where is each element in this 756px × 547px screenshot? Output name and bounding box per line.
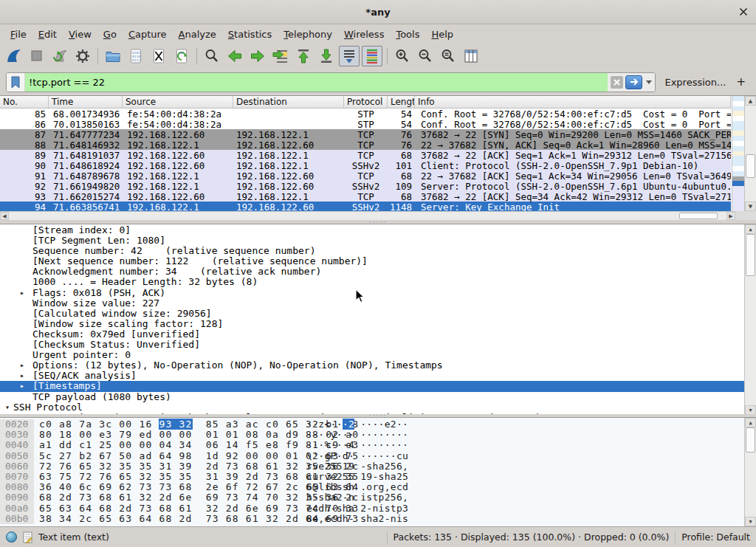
packet-row[interactable]: 8568.001734936fe:54:00:d4:38:2aSTP54Conf… bbox=[0, 109, 731, 119]
scroll-thumb[interactable] bbox=[679, 213, 718, 219]
detail-line[interactable]: [Checksum Status: Unverified] bbox=[0, 340, 744, 350]
filter-input[interactable]: !tcp.port == 22 bbox=[25, 73, 608, 92]
detail-line[interactable]: ▾SSH Protocol bbox=[0, 402, 744, 413]
column-header-time[interactable]: Time bbox=[49, 96, 123, 108]
detail-line[interactable]: Checksum: 0x79ed [unverified] bbox=[0, 329, 744, 340]
detail-line[interactable]: [Calculated window size: 29056] bbox=[0, 309, 744, 319]
filter-history-dropdown[interactable] bbox=[646, 80, 652, 84]
menu-telephony[interactable]: Telephony bbox=[278, 27, 338, 42]
menu-statistics[interactable]: Statistics bbox=[222, 27, 278, 42]
menu-view[interactable]: View bbox=[63, 27, 97, 42]
scroll-right-button[interactable]: ▶ bbox=[726, 212, 735, 220]
packet-row[interactable]: 9071.648618924192.168.122.60192.168.122.… bbox=[0, 160, 731, 171]
scroll-thumb[interactable] bbox=[746, 154, 755, 178]
menu-go[interactable]: Go bbox=[97, 27, 123, 42]
detail-line[interactable]: [Stream index: 0] bbox=[0, 225, 744, 235]
packet-row[interactable]: 9371.662015274192.168.122.60192.168.122.… bbox=[0, 191, 731, 202]
expand-icon[interactable]: ▸ bbox=[20, 413, 24, 414]
hex-row[interactable]: 007063 75 72 76 65 32 35 35 31 39 2d 73 … bbox=[0, 472, 744, 482]
packet-row[interactable]: 8670.013850163fe:54:00:d4:38:2aSTP54Conf… bbox=[0, 119, 731, 129]
go-last-packet-button[interactable] bbox=[316, 46, 337, 66]
resize-columns-button[interactable] bbox=[461, 46, 481, 66]
reload-file-button[interactable]: 101 bbox=[171, 46, 192, 66]
expression-button[interactable]: Expression... bbox=[662, 77, 729, 88]
filter-apply-button[interactable] bbox=[625, 75, 642, 89]
close-file-button[interactable] bbox=[148, 46, 169, 66]
filter-clear-button[interactable] bbox=[611, 76, 623, 89]
start-capture-button[interactable] bbox=[4, 46, 24, 66]
expand-icon[interactable]: ▸ bbox=[20, 381, 24, 391]
hex-row[interactable]: 008036 40 6c 69 62 73 73 68 2e 6f 72 67 … bbox=[0, 482, 744, 492]
open-file-button[interactable] bbox=[103, 46, 123, 66]
scroll-down-button[interactable]: ▼ bbox=[745, 517, 756, 526]
detail-line[interactable]: ▸Options: (12 bytes), No-Operation (NOP)… bbox=[0, 360, 744, 371]
menu-help[interactable]: Help bbox=[425, 27, 459, 42]
detail-line[interactable]: Acknowledgment number: 34 (relative ack … bbox=[0, 266, 744, 277]
go-back-button[interactable] bbox=[224, 46, 245, 66]
column-header-dst[interactable]: Destination bbox=[233, 96, 344, 108]
hex-dump[interactable]: 0020c0 a8 7a 3c 00 16 93 32 85 a3 ac c0 … bbox=[0, 419, 744, 524]
detail-line[interactable]: 1000 .... = Header Length: 32 bytes (8) bbox=[0, 277, 744, 287]
packet-list-hscrollbar[interactable]: ◀ ▶ bbox=[0, 211, 735, 220]
expand-icon[interactable]: ▸ bbox=[20, 288, 24, 298]
detail-line[interactable]: [Next sequence number: 1122 (relative se… bbox=[0, 256, 744, 266]
packet-row[interactable]: 9471.663856741192.168.122.1192.168.122.6… bbox=[0, 202, 731, 212]
auto-scroll-button[interactable] bbox=[339, 46, 360, 66]
scroll-track[interactable] bbox=[9, 212, 726, 220]
detail-line[interactable]: [Window size scaling factor: 128] bbox=[0, 319, 744, 329]
column-header-proto[interactable]: Protocol bbox=[344, 96, 388, 108]
zoom-reset-button[interactable] bbox=[438, 46, 458, 66]
hex-row[interactable]: 006072 76 65 32 35 35 31 39 2d 73 68 61 … bbox=[0, 461, 744, 472]
packet-row[interactable]: 8771.647777234192.168.122.60192.168.122.… bbox=[0, 129, 731, 140]
title-bar[interactable]: *any bbox=[0, 0, 756, 24]
go-first-packet-button[interactable] bbox=[293, 46, 314, 66]
column-header-len[interactable]: Length bbox=[388, 96, 415, 108]
column-header-no[interactable]: No. bbox=[0, 96, 49, 108]
scroll-left-button[interactable]: ◀ bbox=[0, 212, 9, 220]
menu-capture[interactable]: Capture bbox=[123, 27, 173, 42]
packet-list-minimap[interactable] bbox=[732, 96, 744, 211]
go-to-packet-button[interactable] bbox=[270, 46, 291, 66]
menu-file[interactable]: File bbox=[4, 27, 32, 42]
scroll-down-button[interactable]: ▼ bbox=[745, 202, 756, 211]
filter-bookmark-button[interactable] bbox=[7, 73, 25, 92]
hex-row[interactable]: 0040a1 dd c1 25 00 00 04 34 06 14 f5 e8 … bbox=[0, 440, 744, 450]
expand-icon[interactable]: ▸ bbox=[20, 371, 24, 381]
close-button[interactable] bbox=[739, 7, 748, 16]
packet-row[interactable]: 9171.648789678192.168.122.1192.168.122.6… bbox=[0, 171, 731, 181]
add-filter-button[interactable]: + bbox=[735, 75, 750, 89]
detail-line[interactable]: ▸[SEQ/ACK analysis] bbox=[0, 371, 744, 381]
menu-analyze[interactable]: Analyze bbox=[173, 27, 222, 42]
hex-row[interactable]: 00b038 34 2c 65 63 64 68 2d 73 68 61 32 … bbox=[0, 514, 744, 524]
scroll-thumb[interactable] bbox=[746, 234, 755, 276]
colorize-button[interactable] bbox=[362, 46, 382, 66]
packet-row[interactable]: 8971.648191037192.168.122.60192.168.122.… bbox=[0, 150, 731, 160]
menu-wireless[interactable]: Wireless bbox=[338, 27, 390, 42]
column-header-src[interactable]: Source bbox=[123, 96, 233, 108]
column-header-info[interactable]: Info bbox=[415, 96, 731, 108]
find-packet-button[interactable] bbox=[202, 46, 222, 66]
detail-line[interactable]: Window size value: 227 bbox=[0, 298, 744, 309]
restart-capture-button[interactable] bbox=[49, 46, 70, 66]
detail-line[interactable]: ▸Flags: 0x018 (PSH, ACK) bbox=[0, 288, 744, 298]
detail-line[interactable]: TCP payload (1080 bytes) bbox=[0, 392, 744, 402]
hex-row[interactable]: 003080 18 00 e3 79 ed 00 00 01 01 08 0a … bbox=[0, 430, 744, 440]
collapse-icon[interactable]: ▾ bbox=[5, 402, 10, 413]
save-file-button[interactable]: 010101100112 bbox=[126, 46, 146, 66]
capture-options-button[interactable] bbox=[72, 46, 93, 66]
hex-row[interactable]: 0020c0 a8 7a 3c 00 16 93 32 85 a3 ac c0 … bbox=[0, 419, 744, 430]
capture-comment-icon[interactable] bbox=[23, 531, 32, 543]
status-profile[interactable]: Profile: Default bbox=[681, 531, 750, 543]
expert-info-icon[interactable] bbox=[6, 531, 17, 543]
detail-line[interactable]: Sequence number: 42 (relative sequence n… bbox=[0, 246, 744, 256]
detail-line[interactable]: ▸[Timestamps] bbox=[0, 381, 744, 391]
scroll-thumb[interactable] bbox=[746, 427, 755, 453]
hex-row[interactable]: 009068 2d 73 68 61 32 2d 6e 69 73 74 70 … bbox=[0, 492, 744, 503]
packet-row[interactable]: 8871.648146932192.168.122.1192.168.122.6… bbox=[0, 140, 731, 150]
menu-edit[interactable]: Edit bbox=[32, 27, 63, 42]
scroll-down-button[interactable]: ▼ bbox=[745, 405, 756, 414]
packet-row[interactable]: 9271.661949820192.168.122.1192.168.122.6… bbox=[0, 181, 731, 191]
detail-line[interactable]: Urgent pointer: 0 bbox=[0, 350, 744, 360]
zoom-out-button[interactable] bbox=[415, 46, 436, 66]
menu-tools[interactable]: Tools bbox=[390, 27, 425, 42]
